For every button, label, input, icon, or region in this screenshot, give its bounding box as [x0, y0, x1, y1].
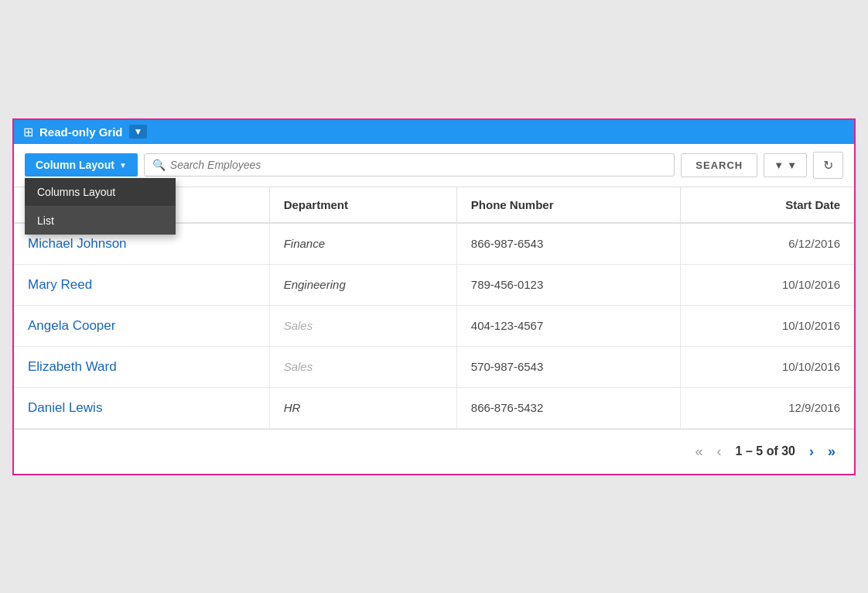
col-header-startdate: Start Date — [680, 187, 854, 223]
cell-phone: 404-123-4567 — [456, 305, 680, 346]
layout-dropdown-btn[interactable]: Column Layout ▼ — [25, 153, 138, 177]
table-row: Daniel LewisHR866-876-543212/9/2016 — [14, 387, 854, 428]
refresh-button[interactable]: ↻ — [813, 152, 843, 179]
col-header-phone: Phone Number — [456, 187, 680, 223]
filter-button[interactable]: ▼ ▼ — [764, 153, 807, 177]
pagination: « ‹ 1 – 5 of 30 › » — [14, 429, 854, 474]
title-bar-dropdown-btn[interactable]: ▼ — [129, 125, 148, 139]
cell-name[interactable]: Daniel Lewis — [14, 387, 269, 428]
dropdown-menu: Columns Layout List — [25, 178, 176, 235]
cell-phone: 866-876-5432 — [456, 387, 680, 428]
layout-dropdown-label: Column Layout — [36, 159, 114, 171]
dropdown-item-list[interactable]: List — [25, 207, 176, 235]
next-page-btn[interactable]: › — [805, 440, 818, 463]
filter-icon: ▼ — [774, 159, 784, 171]
layout-dropdown-arrow: ▼ — [119, 161, 127, 170]
cell-department: Sales — [269, 346, 456, 387]
first-page-btn[interactable]: « — [691, 440, 708, 463]
cell-phone: 789-456-0123 — [456, 264, 680, 305]
prev-page-btn[interactable]: ‹ — [713, 440, 726, 463]
cell-name[interactable]: Mary Reed — [14, 264, 269, 305]
table-row: Angela CooperSales404-123-456710/10/2016 — [14, 305, 854, 346]
grid-widget: ⊞ Read-only Grid ▼ Column Layout ▼ Colum… — [12, 118, 856, 475]
search-button[interactable]: SEARCH — [681, 153, 757, 177]
cell-startdate: 10/10/2016 — [680, 305, 854, 346]
cell-name[interactable]: Angela Cooper — [14, 305, 269, 346]
col-header-department: Department — [269, 187, 456, 223]
table-row: Elizabeth WardSales570-987-654310/10/201… — [14, 346, 854, 387]
dropdown-item-columns-layout[interactable]: Columns Layout — [25, 178, 176, 207]
cell-department: HR — [269, 387, 456, 428]
last-page-btn[interactable]: » — [823, 440, 840, 463]
title-bar: ⊞ Read-only Grid ▼ — [14, 120, 854, 144]
filter-arrow: ▼ — [787, 159, 797, 171]
cell-startdate: 10/10/2016 — [680, 264, 854, 305]
cell-department: Engineering — [269, 264, 456, 305]
cell-startdate: 10/10/2016 — [680, 346, 854, 387]
toolbar: Column Layout ▼ Columns Layout List 🔍 SE… — [14, 144, 854, 187]
cell-startdate: 6/12/2016 — [680, 223, 854, 265]
page-info: 1 – 5 of 30 — [731, 444, 800, 458]
cell-name[interactable]: Elizabeth Ward — [14, 346, 269, 387]
cell-startdate: 12/9/2016 — [680, 387, 854, 428]
cell-phone: 866-987-6543 — [456, 223, 680, 265]
cell-department: Sales — [269, 305, 456, 346]
search-input[interactable] — [170, 159, 667, 171]
title-text: Read-only Grid — [39, 125, 123, 139]
cell-phone: 570-987-6543 — [456, 346, 680, 387]
table-row: Mary ReedEngineering789-456-012310/10/20… — [14, 264, 854, 305]
search-icon: 🔍 — [152, 159, 166, 171]
grid-icon: ⊞ — [23, 125, 33, 139]
search-container: 🔍 — [144, 153, 675, 177]
page-container: ⊞ Read-only Grid ▼ Column Layout ▼ Colum… — [0, 0, 868, 593]
cell-department: Finance — [269, 223, 456, 265]
